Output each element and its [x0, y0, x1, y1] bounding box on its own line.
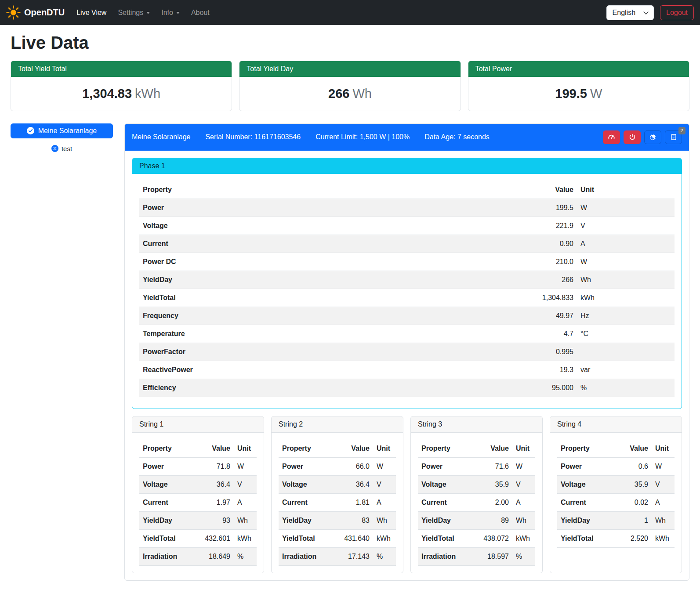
column-header-property: Property — [139, 440, 192, 458]
property-name: Current — [279, 493, 332, 511]
property-name: Voltage — [139, 217, 401, 235]
property-name: PowerFactor — [139, 343, 401, 361]
sidebar-item-label: test — [62, 145, 72, 152]
property-value: 18.597 — [471, 547, 512, 565]
property-value: 36.4 — [192, 475, 234, 493]
property-unit: % — [373, 547, 396, 565]
journal-icon — [670, 134, 677, 141]
inverter-data-age: Data Age: 7 seconds — [424, 133, 490, 141]
property-name: Current — [139, 493, 192, 511]
property-value: 1,304.833 — [401, 289, 577, 307]
property-value: 93 — [192, 511, 234, 529]
column-header-value: Value — [471, 440, 512, 458]
check-circle-icon — [27, 127, 34, 134]
main-column: Meine Solaranlage Serial Number: 1161716… — [124, 123, 689, 581]
property-value: 19.3 — [401, 361, 577, 379]
table-header-row: Property Value Unit — [139, 440, 257, 458]
table-row: YieldTotal 438.072 kWh — [418, 529, 535, 547]
string-3-card: String 3 Property Value Unit — [410, 416, 543, 573]
logout-button[interactable]: Logout — [660, 5, 694, 20]
property-unit: V — [234, 475, 257, 493]
device-info-button[interactable] — [644, 130, 661, 144]
chevron-down-icon — [146, 12, 150, 14]
property-value: 35.9 — [471, 475, 512, 493]
property-name: Irradiation — [139, 547, 192, 565]
property-value: 95.000 — [401, 379, 577, 397]
property-name: Power — [139, 199, 401, 217]
property-unit: V — [512, 475, 535, 493]
string-1-card: String 1 Property Value Unit — [132, 416, 264, 573]
property-unit: kWh — [234, 529, 257, 547]
card-value: 266 — [328, 87, 349, 101]
card-value: 199.5 — [555, 87, 587, 101]
string-table-body: Power 0.6 W Voltage 35.9 — [557, 457, 675, 547]
nav-item-label: About — [191, 9, 210, 17]
limit-settings-button[interactable] — [603, 130, 620, 144]
property-unit: A — [234, 493, 257, 511]
string-4-card: String 4 Property Value Unit — [550, 416, 682, 573]
property-value: 1 — [615, 511, 652, 529]
table-row: Power 71.8 W — [139, 457, 257, 475]
power-icon — [629, 134, 636, 141]
inverter-sidebar: Meine Solaranlage test — [11, 123, 113, 152]
property-value: 36.4 — [332, 475, 373, 493]
table-row: Power 0.6 W — [557, 457, 675, 475]
column-header-unit: Unit — [373, 440, 396, 458]
inverter-header-actions: 2 — [603, 130, 682, 144]
table-row: Irradiation 18.649 % — [139, 547, 257, 565]
x-circle-icon[interactable] — [51, 145, 58, 152]
property-value: 266 — [401, 271, 577, 289]
nav-item-label: Info — [161, 9, 173, 17]
nav-item-live-view[interactable]: Live View — [71, 5, 112, 20]
event-count-badge: 2 — [678, 127, 685, 135]
sidebar-item-meine-solaranlage[interactable]: Meine Solaranlage — [11, 123, 113, 138]
sidebar-item-test[interactable]: test — [11, 145, 113, 152]
string-table: Property Value Unit — [279, 440, 396, 566]
property-value: 2.520 — [615, 529, 652, 547]
property-name: YieldDay — [418, 511, 471, 529]
property-value: 2.00 — [471, 493, 512, 511]
property-name: Voltage — [557, 475, 615, 493]
property-unit: Wh — [652, 511, 675, 529]
property-value: 0.6 — [615, 457, 652, 475]
nav-item-about[interactable]: About — [185, 5, 215, 20]
property-unit: kWh — [373, 529, 396, 547]
nav-item-settings[interactable]: Settings — [112, 5, 156, 20]
table-row: YieldDay 1 Wh — [557, 511, 675, 529]
property-name: Irradiation — [279, 547, 332, 565]
property-unit: V — [652, 475, 675, 493]
table-row: Voltage 35.9 V — [418, 475, 535, 493]
nav-item-info[interactable]: Info — [156, 5, 185, 20]
property-unit: V — [373, 475, 396, 493]
phase-table: Property Value Unit Power — [139, 181, 675, 397]
property-unit: kWh — [512, 529, 535, 547]
phase-1-card: Phase 1 Property Value Unit — [132, 158, 682, 409]
table-header-row: Property Value Unit — [418, 440, 535, 458]
property-unit: W — [512, 457, 535, 475]
card-value: 1,304.83 — [82, 87, 132, 101]
total-yield-day-card: Total Yield Day 266Wh — [239, 61, 461, 111]
column-header-unit: Unit — [577, 181, 675, 199]
brand[interactable]: OpenDTU — [6, 5, 65, 20]
event-log-button[interactable]: 2 — [665, 130, 682, 144]
table-row: Power 66.0 W — [279, 457, 396, 475]
column-header-property: Property — [139, 181, 401, 199]
table-row: ReactivePower 19.3 var — [139, 361, 675, 379]
table-row: Current 2.00 A — [418, 493, 535, 511]
string-table-body: Power 66.0 W Voltage 36.4 — [279, 457, 396, 565]
column-header-value: Value — [332, 440, 373, 458]
string-card-title: String 1 — [132, 416, 264, 433]
table-row: Power 71.6 W — [418, 457, 535, 475]
power-toggle-button[interactable] — [624, 130, 641, 144]
table-row: YieldTotal 1,304.833 kWh — [139, 289, 675, 307]
property-unit: kWh — [652, 529, 675, 547]
language-select[interactable]: English — [606, 5, 654, 20]
property-value: 221.9 — [401, 217, 577, 235]
property-unit: W — [577, 199, 675, 217]
column-header-value: Value — [615, 440, 652, 458]
property-value: 17.143 — [332, 547, 373, 565]
table-row: YieldDay 83 Wh — [279, 511, 396, 529]
string-card-body: Property Value Unit — [411, 433, 542, 573]
sidebar-item-label: Meine Solaranlage — [38, 127, 97, 135]
string-card-title: String 2 — [272, 416, 403, 433]
